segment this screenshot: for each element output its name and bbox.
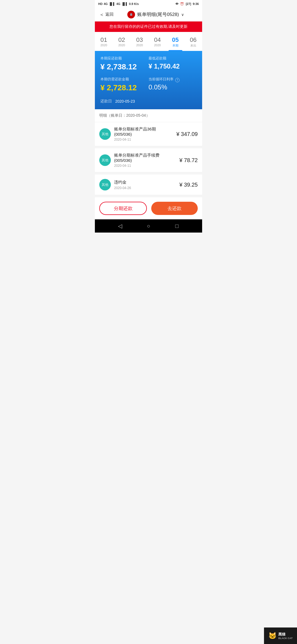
month-number: 05: [172, 36, 178, 43]
transaction-date-2: 2020-04-26: [114, 186, 176, 190]
hd-label: HD: [98, 2, 103, 6]
month-year: 2020: [118, 43, 125, 47]
home-nav-icon: ○: [147, 223, 150, 229]
signal-4g-2: 4G: [116, 2, 120, 6]
month-number: 01: [100, 36, 107, 43]
transaction-icon-1: 其他: [99, 154, 111, 166]
tab-month-02[interactable]: 02 2020: [115, 35, 129, 51]
bottom-nav: ◁ ○ □: [95, 219, 202, 233]
recent-nav-icon: □: [175, 223, 178, 229]
transaction-title-1: 账单分期标准产品手续费(005/036): [114, 153, 176, 163]
transaction-icon-label-0: 其他: [102, 132, 108, 137]
nav-bar: ＜ 返回 🏦 账单明细(尾号0528) ∨: [95, 8, 202, 21]
repay-button[interactable]: 去还款: [151, 202, 198, 215]
logo-text: 🏦: [130, 13, 133, 16]
nav-title: 账单明细(尾号0528): [137, 11, 179, 18]
tab-month-01[interactable]: 01 2020: [97, 35, 111, 51]
daily-rate-item: 当前循环日利率 ? 0.05%: [148, 77, 197, 92]
month-number: 04: [154, 36, 161, 43]
bank-logo: 🏦: [127, 11, 135, 18]
alarm-icon: ⏰: [180, 2, 184, 6]
repay-date-label: 还款日: [100, 99, 112, 104]
month-year: 2020: [154, 43, 161, 47]
back-arrow-icon: ＜: [99, 11, 104, 18]
dropdown-icon[interactable]: ∨: [181, 12, 184, 17]
recent-nav-button[interactable]: □: [173, 222, 181, 230]
signal-bars-2: ▐▌▌: [122, 2, 128, 6]
transaction-title-2: 违约金: [114, 180, 176, 185]
remaining-label: 本期仍需还款金额: [100, 77, 148, 82]
month-year: 2020: [100, 43, 107, 47]
transaction-amount-1: ¥ 78.72: [179, 157, 198, 163]
status-left: HD 4G ▐▌▌ 4G ▐▌▌ 0.9 K/s: [98, 2, 139, 6]
status-right: 👁 ⏰ [27] 9:36: [175, 2, 199, 6]
amounts-row: 本期应还款额 ¥ 2,738.12 最低还款额 ¥ 1,750.42: [100, 56, 197, 71]
remaining-amount-item: 本期仍需还款金额 ¥ 2,728.12: [100, 77, 148, 92]
info-icon[interactable]: ?: [175, 78, 180, 82]
bill-summary-section: 本期应还款额 ¥ 2,738.12 最低还款额 ¥ 1,750.42 本期仍需还…: [95, 51, 202, 109]
home-nav-button[interactable]: ○: [145, 222, 152, 230]
transaction-date-1: 2020-04-11: [114, 164, 176, 168]
transaction-item[interactable]: 其他 账单分期标准产品手续费(005/036) 2020-04-11 ¥ 78.…: [95, 148, 202, 172]
transaction-info-0: 账单分期标准产品36期(005/036) 2020-04-11: [114, 127, 173, 141]
nav-title-area: 🏦 账单明细(尾号0528) ∨: [114, 11, 198, 18]
repay-date-value: 2020-05-23: [115, 99, 135, 103]
tab-month-05[interactable]: 05 本期: [169, 35, 182, 51]
transaction-amount-0: ¥ 347.09: [176, 131, 198, 137]
alert-message: 您在我行留存的的证件已过有效期,请及时更新: [109, 24, 188, 29]
month-tabs: 01 2020 02 2020 03 2020 04 2020 05 本期 06…: [95, 32, 202, 51]
transaction-item[interactable]: 其他 账单分期标准产品36期(005/036) 2020-04-11 ¥ 347…: [95, 122, 202, 146]
month-number: 06: [190, 36, 196, 43]
month-year: 2020: [136, 43, 143, 47]
month-number: 03: [136, 36, 143, 43]
tab-month-03[interactable]: 03 2020: [133, 35, 147, 51]
min-amount-item: 最低还款额 ¥ 1,750.42: [148, 56, 197, 71]
month-year: 本期: [172, 43, 178, 48]
daily-rate-label-row: 当前循环日利率 ?: [148, 77, 197, 83]
transaction-amount-2: ¥ 39.25: [179, 182, 198, 188]
transaction-info-2: 违约金 2020-04-26: [114, 180, 176, 190]
alert-banner: 您在我行留存的的证件已过有效期,请及时更新: [95, 21, 202, 32]
back-button[interactable]: ＜ 返回: [99, 11, 114, 18]
details-header: 明细（账单日：2020-05-04）: [95, 109, 202, 122]
transaction-date-0: 2020-04-11: [114, 138, 173, 141]
min-amount-value: ¥ 1,750.42: [148, 62, 197, 70]
network-speed: 0.9 K/s: [129, 2, 139, 6]
installment-button[interactable]: 分期还款: [99, 202, 147, 215]
daily-rate-value: 0.05%: [148, 83, 197, 91]
transaction-icon-2: 其他: [99, 179, 111, 190]
transaction-title-0: 账单分期标准产品36期(005/036): [114, 127, 173, 137]
due-amount-label: 本期应还款额: [100, 56, 148, 61]
transaction-icon-label-2: 其他: [102, 182, 108, 187]
tab-month-06[interactable]: 06 未出: [186, 35, 200, 51]
transaction-info-1: 账单分期标准产品手续费(005/036) 2020-04-11: [114, 153, 176, 168]
signal-bars: ▐▌▌: [109, 2, 115, 6]
status-bar: HD 4G ▐▌▌ 4G ▐▌▌ 0.9 K/s 👁 ⏰ [27] 9:36: [95, 0, 202, 8]
due-amount-item: 本期应还款额 ¥ 2,738.12: [100, 56, 148, 71]
transaction-item[interactable]: 其他 违约金 2020-04-26 ¥ 39.25: [95, 174, 202, 195]
remaining-row: 本期仍需还款金额 ¥ 2,728.12 当前循环日利率 ? 0.05%: [100, 77, 197, 92]
bottom-buttons: 分期还款 去还款: [95, 197, 202, 219]
transaction-icon-0: 其他: [99, 128, 111, 140]
month-year: 未出: [190, 43, 196, 48]
transaction-icon-label-1: 其他: [102, 158, 108, 163]
battery-level: [27]: [186, 2, 191, 6]
back-label: 返回: [105, 12, 114, 17]
back-nav-button[interactable]: ◁: [116, 222, 124, 230]
back-nav-icon: ◁: [118, 223, 122, 229]
signal-4g: 4G: [104, 2, 108, 6]
tab-month-04[interactable]: 04 2020: [151, 35, 164, 51]
repay-date-row: 还款日 2020-05-23: [100, 98, 197, 104]
due-amount-value: ¥ 2,738.12: [100, 62, 148, 71]
details-header-text: 明细（账单日：2020-05-04）: [99, 113, 150, 118]
month-number: 02: [118, 36, 125, 43]
remaining-amount-value: ¥ 2,728.12: [100, 83, 148, 92]
clock-time: 9:36: [193, 2, 199, 6]
min-amount-label: 最低还款额: [148, 56, 197, 61]
eye-icon: 👁: [175, 2, 178, 6]
daily-rate-label: 当前循环日利率: [148, 77, 174, 82]
